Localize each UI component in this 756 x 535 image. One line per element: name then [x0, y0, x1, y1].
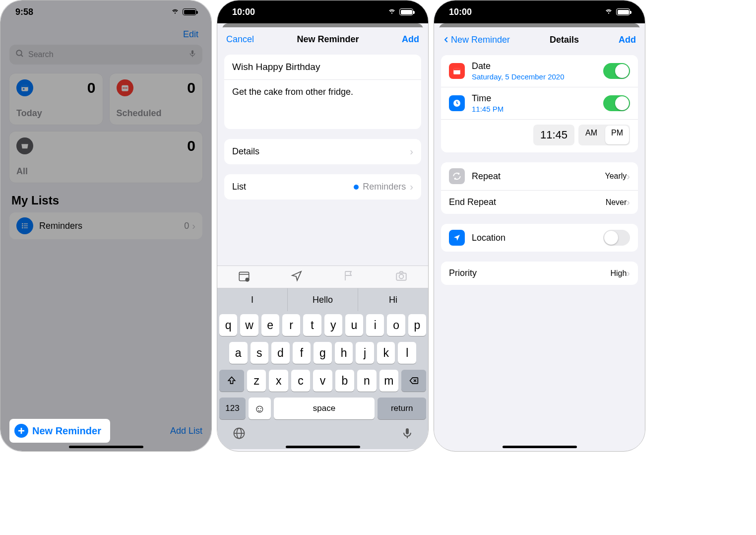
mic-icon[interactable] [189, 49, 196, 61]
status-time: 9:58 [15, 7, 33, 17]
back-button[interactable]: New Reminder [443, 34, 510, 45]
suggestion-bar: I Hello Hi [217, 288, 428, 311]
notes-field[interactable]: Get the cake from other fridge. [224, 79, 421, 129]
key-z[interactable]: z [247, 370, 266, 392]
emoji-key[interactable]: ☺ [249, 398, 271, 419]
keyboard[interactable]: I Hello Hi qwertyuiop asdfghjkl zxcvbnm … [217, 288, 428, 449]
chevron-right-icon: › [627, 197, 630, 208]
today-count: 0 [87, 79, 96, 96]
key-j[interactable]: j [356, 342, 374, 364]
globe-icon[interactable] [232, 426, 246, 442]
location-icon[interactable] [291, 270, 303, 284]
clock-icon [449, 95, 465, 111]
suggestion[interactable]: I [217, 288, 288, 311]
today-card[interactable]: 0 Today [9, 73, 103, 125]
key-v[interactable]: v [313, 370, 332, 392]
date-row[interactable]: Date Saturday, 5 December 2020 [441, 55, 638, 87]
am-option[interactable]: AM [578, 125, 604, 145]
key-q[interactable]: q [219, 314, 237, 336]
date-switch[interactable] [603, 63, 630, 79]
reminders-home-screen: 9:58 Edit Search 0 Today [0, 0, 212, 452]
home-indicator[interactable] [69, 446, 143, 448]
key-e[interactable]: e [261, 314, 279, 336]
cancel-button[interactable]: Cancel [226, 34, 254, 45]
new-reminder-sheet: 10:00 Cancel New Reminder Add Wish Happy… [217, 0, 429, 452]
all-count: 0 [187, 137, 195, 154]
key-b[interactable]: b [335, 370, 354, 392]
title-field[interactable]: Wish Happy Birthday [224, 55, 421, 79]
home-indicator[interactable] [503, 446, 577, 448]
key-s[interactable]: s [251, 342, 269, 364]
key-i[interactable]: i [366, 314, 384, 336]
flag-icon[interactable] [343, 270, 355, 284]
new-reminder-button[interactable]: New Reminder [9, 419, 110, 443]
key-c[interactable]: c [291, 370, 310, 392]
nav-bar: New Reminder Details Add [434, 27, 645, 52]
key-n[interactable]: n [357, 370, 376, 392]
search-placeholder: Search [28, 50, 54, 59]
ampm-segment[interactable]: AM PM [578, 125, 630, 145]
dictation-icon[interactable] [401, 426, 413, 442]
details-row[interactable]: Details › [224, 139, 421, 164]
time-row[interactable]: Time 11:45 PM [441, 87, 638, 119]
battery-icon [183, 8, 196, 15]
key-g[interactable]: g [314, 342, 332, 364]
status-bar: 9:58 [0, 0, 211, 23]
edit-button[interactable]: Edit [9, 26, 202, 45]
plus-icon [14, 424, 28, 438]
return-key[interactable]: return [378, 398, 426, 419]
key-x[interactable]: x [269, 370, 288, 392]
svg-point-22 [399, 274, 404, 279]
space-key[interactable]: space [274, 398, 375, 419]
reminders-list-row[interactable]: Reminders 0 › [9, 212, 202, 239]
list-name: Reminders [39, 221, 82, 231]
all-card[interactable]: 0 All [9, 132, 202, 183]
add-button[interactable]: Add [619, 35, 636, 45]
key-o[interactable]: o [387, 314, 405, 336]
pm-option[interactable]: PM [605, 126, 629, 144]
time-switch[interactable] [603, 95, 630, 111]
status-bar: 10:00 [217, 0, 428, 23]
key-d[interactable]: d [271, 342, 290, 364]
priority-row[interactable]: Priority High › [441, 262, 638, 285]
suggestion[interactable]: Hello [288, 288, 358, 311]
key-k[interactable]: k [377, 342, 395, 364]
suggestion[interactable]: Hi [358, 288, 428, 311]
key-a[interactable]: a [229, 342, 248, 364]
add-list-button[interactable]: Add List [170, 426, 202, 436]
key-m[interactable]: m [379, 370, 398, 392]
numbers-key[interactable]: 123 [219, 398, 246, 419]
camera-icon[interactable] [395, 269, 408, 284]
key-l[interactable]: l [398, 342, 416, 364]
today-icon [16, 79, 33, 96]
key-r[interactable]: r [282, 314, 300, 336]
calendar-icon[interactable] [238, 269, 251, 284]
delete-key[interactable] [401, 370, 426, 392]
svg-point-0 [16, 50, 22, 56]
svg-rect-17 [18, 430, 24, 432]
chevron-right-icon: › [627, 268, 630, 279]
time-picker[interactable]: 11:45 [533, 125, 574, 145]
key-y[interactable]: y [324, 314, 342, 336]
nav-bar: Cancel New Reminder Add [217, 27, 428, 52]
location-switch[interactable] [603, 230, 630, 246]
shift-key[interactable] [219, 370, 244, 392]
list-row[interactable]: List Reminders › [224, 174, 421, 200]
key-u[interactable]: u [345, 314, 363, 336]
key-p[interactable]: p [408, 314, 426, 336]
key-f[interactable]: f [293, 342, 311, 364]
key-w[interactable]: w [240, 314, 258, 336]
add-button[interactable]: Add [402, 34, 419, 45]
search-input[interactable]: Search [9, 45, 202, 65]
key-t[interactable]: t [303, 314, 321, 336]
battery-icon [616, 8, 630, 15]
status-icons [171, 7, 196, 17]
location-row[interactable]: Location [441, 224, 638, 252]
chevron-right-icon: › [192, 220, 195, 232]
key-h[interactable]: h [335, 342, 353, 364]
location-icon [449, 230, 465, 246]
scheduled-card[interactable]: 0 Scheduled [110, 73, 203, 125]
home-indicator[interactable] [286, 446, 360, 448]
repeat-row[interactable]: Repeat Yearly › [441, 162, 638, 190]
end-repeat-row[interactable]: End Repeat Never › [441, 190, 638, 214]
